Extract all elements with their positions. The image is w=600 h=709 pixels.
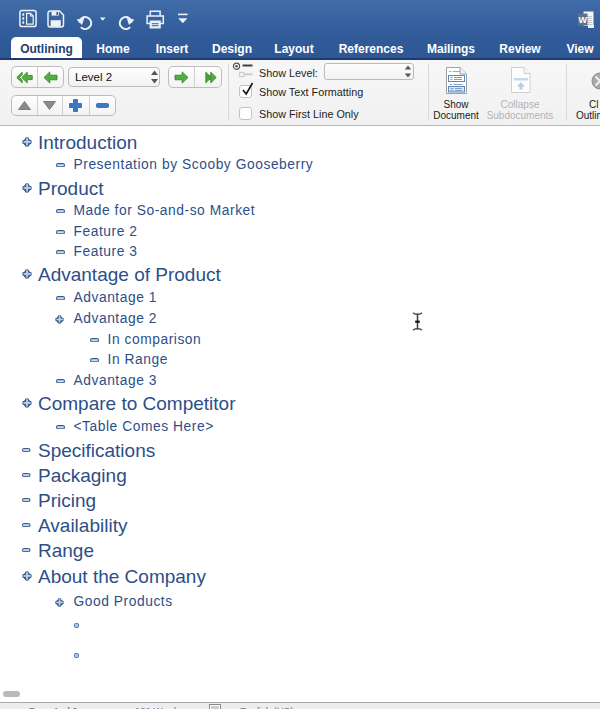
svg-text:W: W bbox=[579, 15, 588, 25]
